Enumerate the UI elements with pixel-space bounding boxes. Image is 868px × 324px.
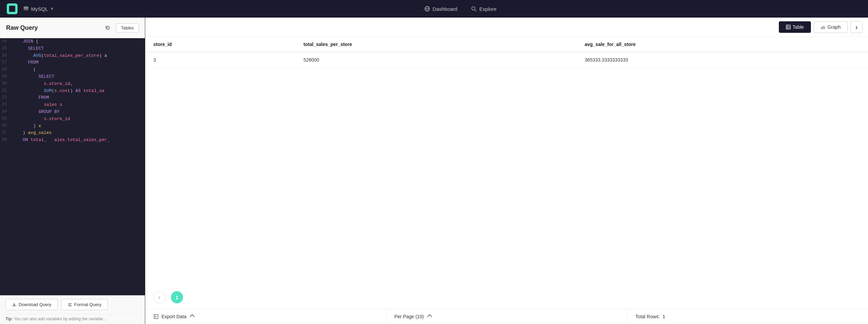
code-line: 15 SELECT bbox=[0, 45, 145, 52]
download-icon bbox=[12, 302, 17, 307]
nav-dashboard[interactable]: Dashboard bbox=[424, 6, 457, 12]
graph-tab[interactable]: Graph bbox=[814, 21, 848, 33]
chevron-left-icon: ‹ bbox=[158, 294, 160, 300]
results-table: store_id total_sales_per_store avg_sale_… bbox=[145, 37, 868, 68]
right-toolbar: Table Graph › bbox=[145, 18, 868, 37]
total-rows-label: Total Rows: bbox=[635, 314, 660, 319]
dashboard-label: Dashboard bbox=[433, 6, 457, 12]
left-header-actions: Tables bbox=[102, 22, 139, 33]
current-page: 1 bbox=[171, 291, 183, 303]
code-line: 23 sales s bbox=[0, 101, 145, 109]
table-tab-label: Table bbox=[793, 24, 804, 30]
prev-page-button[interactable]: ‹ bbox=[153, 291, 165, 303]
code-line: 21 SUM(s.cost) AS total_sa bbox=[0, 88, 145, 95]
footer-bar: Export Data Per Page (10) Total Rows: 1 bbox=[145, 309, 868, 324]
table-row: 3 528000 365333.3333333333 bbox=[145, 52, 868, 68]
code-line: 26 ) x bbox=[0, 123, 145, 130]
tip-label-text: Tip: bbox=[5, 317, 13, 321]
col-store-id: store_id bbox=[145, 37, 295, 52]
code-line: 27 ) avg_sales bbox=[0, 130, 145, 137]
tip-bar: Tip: You can also add variables by addin… bbox=[0, 314, 145, 324]
code-editor[interactable]: 14 JOIN ( 15 SELECT 16 AVG(total_sales_p… bbox=[0, 38, 145, 295]
svg-rect-10 bbox=[821, 27, 822, 29]
format-query-label: Format Query bbox=[74, 302, 101, 307]
overflow-button[interactable]: › bbox=[850, 21, 863, 33]
tables-button[interactable]: Tables bbox=[116, 23, 139, 32]
db-selector[interactable]: MySQL ▼ bbox=[23, 6, 54, 12]
code-line: 19 SELECT bbox=[0, 73, 145, 80]
per-page-label: Per Page (10) bbox=[394, 314, 424, 319]
code-line: 18 ( bbox=[0, 66, 145, 73]
code-scroll[interactable]: 14 JOIN ( 15 SELECT 16 AVG(total_sales_p… bbox=[0, 38, 145, 295]
chevron-down-icon: ▼ bbox=[50, 6, 54, 11]
graph-icon bbox=[821, 25, 825, 29]
data-table-area: store_id total_sales_per_store avg_sale_… bbox=[145, 37, 868, 286]
download-query-label: Download Query bbox=[19, 302, 51, 307]
export-chevron-up-icon bbox=[190, 314, 195, 319]
total-rows-value: 1 bbox=[663, 314, 665, 319]
tables-label: Tables bbox=[121, 25, 134, 30]
code-line: 16 AVG(total_sales_per_store) a bbox=[0, 52, 145, 60]
col-avg-sale: avg_sale_for_all_store bbox=[577, 37, 868, 52]
table-icon bbox=[786, 25, 791, 29]
svg-rect-11 bbox=[822, 26, 823, 29]
export-data-label: Export Data bbox=[161, 314, 186, 319]
code-line: 20 s.store_id, bbox=[0, 80, 145, 88]
right-panel: Table Graph › store_id total_sales_p bbox=[145, 18, 868, 324]
per-page-section[interactable]: Per Page (10) bbox=[386, 309, 628, 324]
table-body: 3 528000 365333.3333333333 bbox=[145, 52, 868, 68]
refresh-button[interactable] bbox=[102, 22, 113, 33]
app-logo[interactable] bbox=[7, 3, 18, 14]
total-rows-section: Total Rows: 1 bbox=[627, 309, 868, 324]
export-icon bbox=[153, 314, 159, 319]
svg-point-4 bbox=[472, 7, 475, 10]
graph-tab-label: Graph bbox=[827, 24, 841, 30]
top-nav: MySQL ▼ Dashboard Explore bbox=[0, 0, 868, 18]
left-header: Raw Query Tables bbox=[0, 18, 145, 38]
svg-rect-12 bbox=[824, 26, 825, 29]
code-line: 25 s.store_id bbox=[0, 116, 145, 123]
main-layout: Raw Query Tables 14 JOIN ( bbox=[0, 18, 868, 324]
explore-label: Explore bbox=[479, 6, 496, 12]
cell-avg-sale: 365333.3333333333 bbox=[577, 52, 868, 68]
svg-line-5 bbox=[475, 10, 477, 11]
left-panel: Raw Query Tables 14 JOIN ( bbox=[0, 18, 145, 324]
overflow-icon: › bbox=[856, 23, 858, 31]
code-line: 22 FROM bbox=[0, 94, 145, 101]
format-query-button[interactable]: Format Query bbox=[61, 299, 108, 310]
refresh-icon bbox=[105, 25, 110, 30]
format-icon bbox=[68, 302, 72, 307]
cell-store-id: 3 bbox=[145, 52, 295, 68]
database-icon bbox=[23, 6, 29, 12]
export-data-section[interactable]: Export Data bbox=[145, 309, 386, 324]
pagination: ‹ 1 bbox=[145, 286, 868, 309]
svg-rect-6 bbox=[786, 25, 790, 29]
bottom-actions: Download Query Format Query bbox=[0, 295, 145, 314]
table-header: store_id total_sales_per_store avg_sale_… bbox=[145, 37, 868, 52]
db-label: MySQL bbox=[31, 6, 48, 12]
table-tab[interactable]: Table bbox=[779, 21, 811, 33]
cell-total-sales: 528000 bbox=[295, 52, 577, 68]
globe-icon bbox=[424, 6, 430, 12]
nav-center: Dashboard Explore bbox=[59, 6, 861, 12]
raw-query-title: Raw Query bbox=[6, 24, 38, 31]
col-total-sales: total_sales_per_store bbox=[295, 37, 577, 52]
nav-explore[interactable]: Explore bbox=[471, 6, 496, 12]
code-line: 28 ON total_ ales.total_sales_per_ bbox=[0, 137, 145, 144]
code-line: 17 FROM bbox=[0, 59, 145, 66]
download-query-button[interactable]: Download Query bbox=[5, 299, 58, 310]
code-line: 24 GROUP BY bbox=[0, 109, 145, 116]
code-line: 14 JOIN ( bbox=[0, 38, 145, 45]
search-icon bbox=[471, 6, 477, 12]
per-page-chevron-up-icon bbox=[427, 314, 432, 319]
tip-text: You can also add variables by adding the… bbox=[14, 317, 106, 321]
